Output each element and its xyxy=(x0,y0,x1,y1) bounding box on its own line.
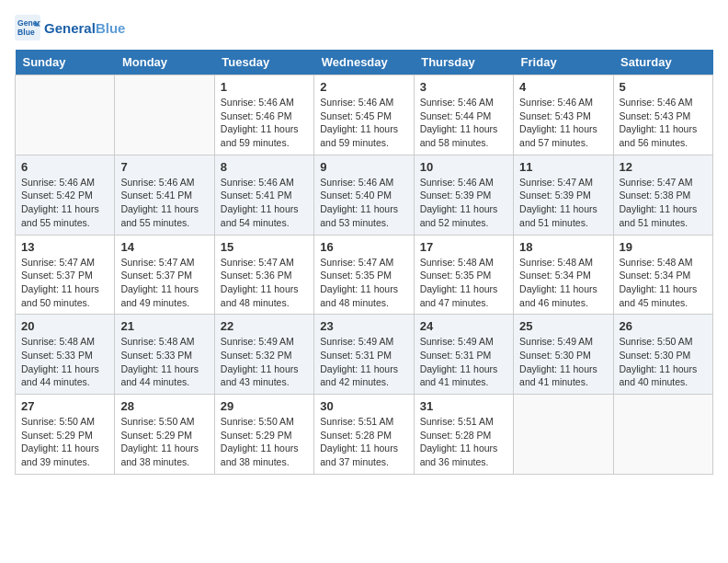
day-info: Sunrise: 5:47 AMSunset: 5:39 PMDaylight:… xyxy=(519,176,607,230)
weekday-header-friday: Friday xyxy=(514,50,613,75)
day-info: Sunrise: 5:46 AMSunset: 5:42 PMDaylight:… xyxy=(21,176,108,230)
day-number: 15 xyxy=(221,240,308,254)
day-info: Sunrise: 5:50 AMSunset: 5:29 PMDaylight:… xyxy=(21,415,108,469)
day-info: Sunrise: 5:47 AMSunset: 5:35 PMDaylight:… xyxy=(320,256,407,310)
day-number: 26 xyxy=(620,319,707,333)
calendar-cell: 30Sunrise: 5:51 AMSunset: 5:28 PMDayligh… xyxy=(314,395,414,475)
calendar-cell: 17Sunrise: 5:48 AMSunset: 5:35 PMDayligh… xyxy=(414,235,513,315)
day-info: Sunrise: 5:47 AMSunset: 5:36 PMDaylight:… xyxy=(221,256,308,310)
day-number: 18 xyxy=(519,240,607,254)
svg-text:Blue: Blue xyxy=(17,28,35,37)
day-number: 23 xyxy=(320,319,407,333)
day-info: Sunrise: 5:50 AMSunset: 5:29 PMDaylight:… xyxy=(221,415,308,469)
calendar-cell: 22Sunrise: 5:49 AMSunset: 5:32 PMDayligh… xyxy=(214,315,313,395)
day-info: Sunrise: 5:49 AMSunset: 5:30 PMDaylight:… xyxy=(519,335,607,389)
day-number: 20 xyxy=(21,319,108,333)
day-number: 25 xyxy=(519,319,607,333)
day-number: 7 xyxy=(120,160,208,174)
day-info: Sunrise: 5:46 AMSunset: 5:45 PMDaylight:… xyxy=(320,96,407,150)
day-info: Sunrise: 5:46 AMSunset: 5:39 PMDaylight:… xyxy=(420,176,507,230)
logo-text: GeneralBlue xyxy=(44,20,125,36)
day-info: Sunrise: 5:46 AMSunset: 5:41 PMDaylight:… xyxy=(221,176,308,230)
day-info: Sunrise: 5:49 AMSunset: 5:32 PMDaylight:… xyxy=(221,335,308,389)
day-number: 12 xyxy=(620,160,707,174)
day-number: 24 xyxy=(420,319,507,333)
calendar-cell: 19Sunrise: 5:48 AMSunset: 5:34 PMDayligh… xyxy=(613,235,712,315)
calendar-cell xyxy=(514,395,613,475)
page-header: General Blue GeneralBlue xyxy=(15,15,713,40)
day-number: 1 xyxy=(221,80,308,94)
day-number: 27 xyxy=(21,399,108,413)
calendar-cell: 31Sunrise: 5:51 AMSunset: 5:28 PMDayligh… xyxy=(414,395,513,475)
calendar-table: SundayMondayTuesdayWednesdayThursdayFrid… xyxy=(15,50,713,475)
day-info: Sunrise: 5:47 AMSunset: 5:37 PMDaylight:… xyxy=(21,256,108,310)
calendar-cell: 11Sunrise: 5:47 AMSunset: 5:39 PMDayligh… xyxy=(514,155,613,235)
day-info: Sunrise: 5:51 AMSunset: 5:28 PMDaylight:… xyxy=(320,415,407,469)
day-info: Sunrise: 5:47 AMSunset: 5:37 PMDaylight:… xyxy=(120,256,208,310)
day-info: Sunrise: 5:51 AMSunset: 5:28 PMDaylight:… xyxy=(420,415,507,469)
calendar-header: SundayMondayTuesdayWednesdayThursdayFrid… xyxy=(16,50,713,75)
day-number: 11 xyxy=(519,160,607,174)
calendar-cell: 10Sunrise: 5:46 AMSunset: 5:39 PMDayligh… xyxy=(414,155,513,235)
day-number: 28 xyxy=(120,399,208,413)
day-number: 19 xyxy=(620,240,707,254)
day-number: 9 xyxy=(320,160,407,174)
calendar-cell: 21Sunrise: 5:48 AMSunset: 5:33 PMDayligh… xyxy=(115,315,214,395)
calendar-cell: 23Sunrise: 5:49 AMSunset: 5:31 PMDayligh… xyxy=(314,315,414,395)
day-number: 8 xyxy=(221,160,308,174)
calendar-cell xyxy=(115,75,214,155)
day-number: 2 xyxy=(320,80,407,94)
day-number: 13 xyxy=(21,240,108,254)
calendar-cell: 4Sunrise: 5:46 AMSunset: 5:43 PMDaylight… xyxy=(514,75,613,155)
day-number: 10 xyxy=(420,160,507,174)
calendar-cell: 1Sunrise: 5:46 AMSunset: 5:46 PMDaylight… xyxy=(214,75,313,155)
day-info: Sunrise: 5:49 AMSunset: 5:31 PMDaylight:… xyxy=(320,335,407,389)
day-info: Sunrise: 5:48 AMSunset: 5:34 PMDaylight:… xyxy=(620,256,707,310)
calendar-cell: 18Sunrise: 5:48 AMSunset: 5:34 PMDayligh… xyxy=(514,235,613,315)
day-number: 29 xyxy=(221,399,308,413)
day-info: Sunrise: 5:47 AMSunset: 5:38 PMDaylight:… xyxy=(620,176,707,230)
weekday-header-wednesday: Wednesday xyxy=(314,50,414,75)
day-info: Sunrise: 5:48 AMSunset: 5:34 PMDaylight:… xyxy=(519,256,607,310)
calendar-cell: 13Sunrise: 5:47 AMSunset: 5:37 PMDayligh… xyxy=(16,235,115,315)
calendar-cell xyxy=(16,75,115,155)
calendar-cell: 9Sunrise: 5:46 AMSunset: 5:40 PMDaylight… xyxy=(314,155,414,235)
calendar-cell: 26Sunrise: 5:50 AMSunset: 5:30 PMDayligh… xyxy=(613,315,712,395)
calendar-cell: 7Sunrise: 5:46 AMSunset: 5:41 PMDaylight… xyxy=(115,155,214,235)
day-info: Sunrise: 5:46 AMSunset: 5:44 PMDaylight:… xyxy=(420,96,507,150)
weekday-header-thursday: Thursday xyxy=(414,50,513,75)
calendar-cell: 29Sunrise: 5:50 AMSunset: 5:29 PMDayligh… xyxy=(214,395,313,475)
logo: General Blue GeneralBlue xyxy=(15,15,125,40)
day-info: Sunrise: 5:46 AMSunset: 5:40 PMDaylight:… xyxy=(320,176,407,230)
calendar-cell: 16Sunrise: 5:47 AMSunset: 5:35 PMDayligh… xyxy=(314,235,414,315)
weekday-header-monday: Monday xyxy=(115,50,214,75)
day-info: Sunrise: 5:49 AMSunset: 5:31 PMDaylight:… xyxy=(420,335,507,389)
day-number: 22 xyxy=(221,319,308,333)
weekday-header-tuesday: Tuesday xyxy=(214,50,313,75)
day-number: 3 xyxy=(420,80,507,94)
calendar-cell: 6Sunrise: 5:46 AMSunset: 5:42 PMDaylight… xyxy=(16,155,115,235)
calendar-cell: 24Sunrise: 5:49 AMSunset: 5:31 PMDayligh… xyxy=(414,315,513,395)
day-number: 31 xyxy=(420,399,507,413)
day-info: Sunrise: 5:48 AMSunset: 5:35 PMDaylight:… xyxy=(420,256,507,310)
calendar-cell: 12Sunrise: 5:47 AMSunset: 5:38 PMDayligh… xyxy=(613,155,712,235)
day-number: 14 xyxy=(120,240,208,254)
calendar-cell: 14Sunrise: 5:47 AMSunset: 5:37 PMDayligh… xyxy=(115,235,214,315)
day-info: Sunrise: 5:46 AMSunset: 5:41 PMDaylight:… xyxy=(120,176,208,230)
day-number: 30 xyxy=(320,399,407,413)
day-number: 16 xyxy=(320,240,407,254)
day-info: Sunrise: 5:48 AMSunset: 5:33 PMDaylight:… xyxy=(120,335,208,389)
day-info: Sunrise: 5:46 AMSunset: 5:43 PMDaylight:… xyxy=(620,96,707,150)
day-info: Sunrise: 5:50 AMSunset: 5:30 PMDaylight:… xyxy=(620,335,707,389)
calendar-cell: 3Sunrise: 5:46 AMSunset: 5:44 PMDaylight… xyxy=(414,75,513,155)
calendar-cell: 2Sunrise: 5:46 AMSunset: 5:45 PMDaylight… xyxy=(314,75,414,155)
weekday-header-saturday: Saturday xyxy=(613,50,712,75)
day-number: 6 xyxy=(21,160,108,174)
day-number: 21 xyxy=(120,319,208,333)
calendar-cell: 25Sunrise: 5:49 AMSunset: 5:30 PMDayligh… xyxy=(514,315,613,395)
day-number: 4 xyxy=(519,80,607,94)
calendar-cell xyxy=(613,395,712,475)
day-number: 17 xyxy=(420,240,507,254)
calendar-cell: 15Sunrise: 5:47 AMSunset: 5:36 PMDayligh… xyxy=(214,235,313,315)
weekday-header-sunday: Sunday xyxy=(16,50,115,75)
